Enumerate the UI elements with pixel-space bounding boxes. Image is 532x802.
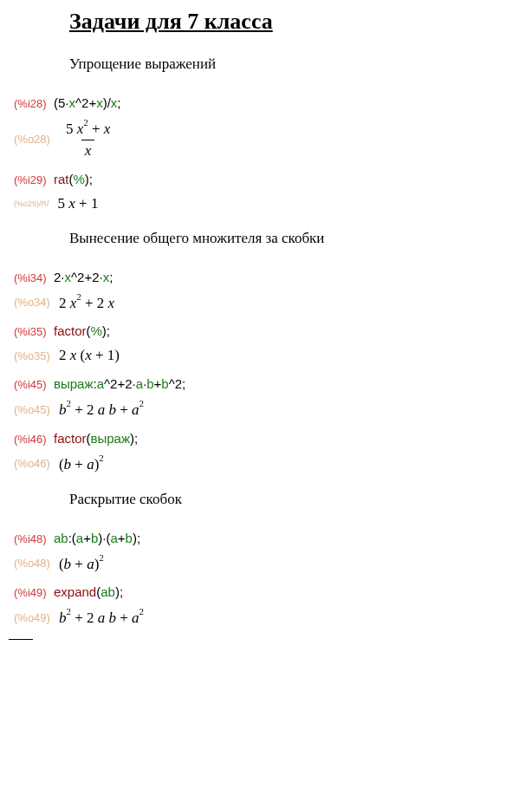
text: + 2 [71,401,98,418]
num: 2 [175,376,182,391]
var: a [136,376,143,391]
fn: expand [54,584,96,599]
caret: ^ [169,376,175,391]
var: a [87,456,94,473]
io-block-48: (%i48) ab:(a+b)·(a+b); (%o48) (b + a)2 [14,531,523,573]
input-label: (%i46) [14,433,49,446]
text: + [116,610,132,626]
output-row-49: (%o49) b2 + 2 a b + a2 [14,608,523,627]
sup: 2 [83,117,88,127]
plus: + [154,376,162,391]
output-math: 2 x2 + 2 x [59,293,114,312]
text: + [71,456,87,473]
fn: factor [54,431,87,446]
var: a [87,555,94,571]
io-block-35: (%i35) factor(%); (%o35) 2 x (x + 1) [14,323,523,364]
num: 5 [58,195,69,212]
input-code: 2·x^2+2·x; [54,270,113,284]
output-row-28: (%o28) 5 x2 + x x [14,119,523,160]
output-label: (%o48) [14,557,50,570]
semicolon: ; [107,323,110,338]
output-label: (%o35) [14,349,50,362]
output-row-48: (%o48) (b + a)2 [14,554,523,573]
io-block-46: (%i46) factor(выраж); (%o46) (b + a)2 [14,431,523,473]
input-row-34: (%i34) 2·x^2+2·x; [14,270,523,284]
output-label: (%o49) [14,611,50,624]
output-math: (b + a)2 [59,554,104,573]
var: x [108,294,115,310]
fraction: 5 x2 + x x [62,119,114,160]
var: a [97,376,104,391]
semicolon: ; [134,431,138,446]
var: % [74,172,85,186]
caret: ^ [104,376,110,391]
var: a [132,610,139,626]
output-row-45: (%o45) b2 + 2 a b + a2 [14,400,523,419]
output-label: (%o45) [14,403,50,416]
io-block-49: (%i49) expand(ab); (%o49) b2 + 2 a b + a… [14,584,523,627]
var: a [76,531,83,545]
input-row-29: (%i29) rat(%); [14,172,523,186]
var: b [64,456,72,473]
io-block-29: (%i29) rat(%); (%o29)/R/ 5 x + 1 [14,172,523,212]
input-row-49: (%i49) expand(ab); [14,584,523,599]
output-label: (%o28) [14,133,50,146]
input-row-35: (%i35) factor(%); [14,323,523,338]
text: + [71,555,87,571]
semicolon: ; [109,270,113,284]
text: + 2 [81,294,108,310]
var: ab [101,584,115,599]
sup: 2 [76,291,81,302]
input-row-46: (%i46) factor(выраж); [14,431,523,446]
semicolon: ; [89,172,93,186]
input-row-45: (%i45) выраж:a^2+2·a·b+b^2; [14,376,523,391]
output-math: b2 + 2 a b + a2 [59,608,144,627]
output-row-29: (%o29)/R/ 5 x + 1 [14,195,523,212]
sup: 2 [139,398,145,408]
output-label: (%o46) [14,457,50,470]
section-heading-3: Раскрытие скобок [69,491,523,508]
var: x [68,195,75,212]
var: a [110,531,117,545]
section-heading-2: Вынесение общего множителя за скобки [69,230,523,247]
sup: 2 [99,453,104,463]
input-label: (%i34) [14,271,49,284]
input-label: (%i49) [14,586,49,599]
semicolon: ; [137,531,140,545]
caret: ^ [75,95,81,110]
sup: 2 [66,398,71,408]
var: x [69,95,76,110]
output-row-35: (%o35) 2 x (x + 1) [14,347,523,364]
input-row-48: (%i48) ab:(a+b)·(a+b); [14,531,523,545]
num: 2 [92,270,99,284]
text: + [116,401,132,418]
input-code: factor(выраж); [54,431,138,446]
var-name: выраж [54,376,93,391]
input-label: (%i29) [14,173,49,186]
output-math: (b + a)2 [59,454,104,473]
var: x [65,270,72,284]
var: b [146,376,153,391]
text: + 1) [92,347,120,363]
input-code: выраж:a^2+2·a·b+b^2; [54,376,185,391]
footer-rule [9,639,33,640]
input-code: (5·x^2+x)/x; [54,95,121,110]
var: выраж [91,431,130,446]
output-math: b2 + 2 a b + a2 [59,400,144,419]
text: + 1 [75,195,99,212]
plus: + [88,95,96,110]
var: a b [98,401,116,418]
var: x [104,121,111,137]
input-label: (%i35) [14,325,49,338]
section-heading-1: Упрощение выражений [69,55,523,73]
semicolon: ; [120,584,123,599]
semicolon: ; [117,95,120,110]
output-row-34: (%o34) 2 x2 + 2 x [14,293,523,312]
plus: + [118,531,126,545]
text: + 2 [71,610,98,626]
input-label: (%i48) [14,532,49,545]
var: a [132,401,139,418]
var: b [64,555,72,571]
caret: ^ [71,270,77,284]
page-title: Задачи для 7 класса [69,9,523,35]
